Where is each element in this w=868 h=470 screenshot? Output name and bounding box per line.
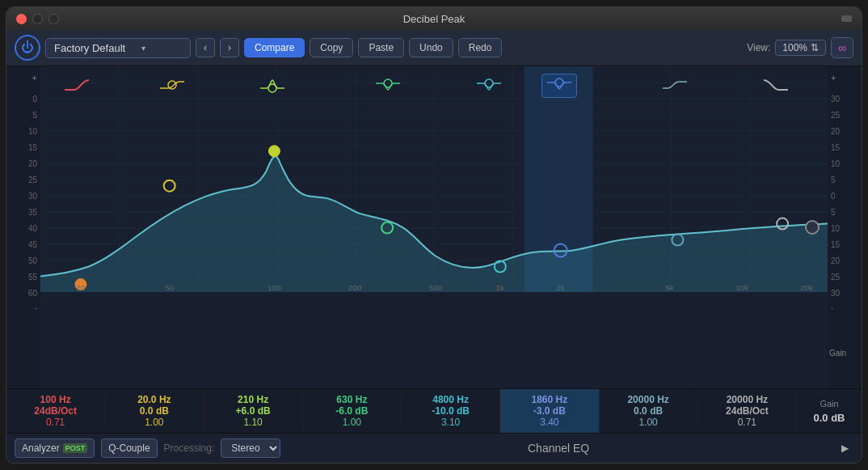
band4-freq: 630 Hz	[336, 394, 367, 405]
analyzer-label: Analyzer	[22, 442, 60, 454]
band7-q: 1.00	[638, 417, 657, 428]
preset-dropdown[interactable]: Factory Default ▾	[45, 38, 191, 58]
power-button[interactable]: ⏻	[15, 35, 40, 61]
svg-text:50: 50	[165, 283, 175, 292]
band4-params[interactable]: 630 Hz -6.0 dB 1.00	[303, 389, 402, 433]
bottom-bar: Analyzer POST Q-Couple Processing: Stere…	[6, 433, 862, 463]
svg-point-26	[384, 79, 392, 87]
band1-params[interactable]: 100 Hz 24dB/Oct 0.71	[6, 389, 105, 433]
band7-freq: 20000 Hz	[627, 394, 668, 405]
band8-gain: 24dB/Oct	[726, 405, 769, 417]
qcouple-button[interactable]: Q-Couple	[101, 438, 157, 458]
band2-gain: 0.0 dB	[140, 405, 169, 417]
band2-freq: 20.0 Hz	[137, 394, 171, 405]
toolbar: ⏻ Factory Default ▾ ‹ › Compare Copy Pas…	[6, 30, 862, 66]
svg-text:10k: 10k	[735, 283, 748, 292]
band3-freq: 210 Hz	[238, 394, 268, 405]
svg-text:100: 100	[268, 283, 281, 292]
band2-params[interactable]: 20.0 Hz 0.0 dB 1.00	[105, 389, 204, 433]
svg-text:5k: 5k	[665, 283, 674, 292]
play-button[interactable]: ▶	[836, 441, 853, 455]
band5-q: 3.10	[441, 417, 460, 428]
minimize-button[interactable]	[32, 14, 43, 24]
gain-value: 0.0 dB	[813, 412, 845, 424]
svg-text:1k: 1k	[496, 283, 505, 292]
prev-preset-button[interactable]: ‹	[196, 38, 215, 57]
db-labels-right: + 30 25 20 15 10 5 0 5 10 15 20 25 30 - …	[828, 66, 862, 388]
gain-column: Gain 0.0 dB	[797, 389, 862, 433]
stepper-icon: ⇅	[811, 42, 819, 53]
svg-text:500: 500	[429, 283, 443, 292]
band3-params[interactable]: 210 Hz +6.0 dB 1.10	[204, 389, 303, 433]
svg-text:20k: 20k	[800, 283, 813, 292]
chevron-down-icon: ▾	[141, 44, 145, 53]
band8-params[interactable]: 20000 Hz 24dB/Oct 0.71	[698, 389, 797, 433]
band3-icon[interactable]	[260, 77, 284, 96]
preset-name: Factory Default	[54, 42, 125, 54]
paste-button[interactable]: Paste	[358, 38, 404, 57]
svg-point-25	[268, 84, 276, 92]
band1-icon[interactable]	[65, 77, 89, 96]
band8-q: 0.71	[738, 417, 756, 428]
svg-point-8	[268, 146, 280, 157]
band1-freq: 100 Hz	[40, 394, 71, 405]
window-title: Decibel Peak	[403, 13, 466, 25]
db-labels-left: + 0 5 10 15 20 25 30 35 40 45 50 55 60 -	[6, 66, 40, 388]
plugin-window: Decibel Peak ⏻ Factory Default ▾ ‹ › Com…	[6, 6, 862, 464]
band1-q: 0.71	[46, 417, 65, 428]
band7-gain: 0.0 dB	[634, 405, 663, 417]
processing-label: Processing:	[164, 442, 215, 454]
svg-point-28	[555, 78, 563, 87]
svg-text:2k: 2k	[556, 283, 565, 292]
view-value: 100%	[782, 42, 807, 53]
eq-canvas[interactable]: 20 50 100 200 500 1k 2k 5k 10k 20k	[40, 66, 828, 388]
processing-select[interactable]: Stereo	[221, 438, 280, 458]
band6-gain: -3.0 dB	[533, 405, 566, 417]
band6-icon[interactable]	[541, 74, 577, 98]
compare-button[interactable]: Compare	[244, 38, 305, 57]
svg-text:200: 200	[348, 283, 362, 292]
band5-icon[interactable]	[477, 77, 501, 96]
band8-freq: 20000 Hz	[727, 394, 768, 405]
band7-icon[interactable]	[663, 77, 687, 96]
band2-icon[interactable]	[160, 77, 184, 96]
window-controls	[16, 14, 59, 24]
band5-params[interactable]: 4800 Hz -10.0 dB 3.10	[402, 389, 500, 433]
view-label: View:	[747, 42, 770, 53]
next-preset-button[interactable]: ›	[220, 38, 239, 57]
close-button[interactable]	[16, 14, 27, 24]
footer-title: Channel EQ	[287, 442, 830, 455]
maximize-button[interactable]	[48, 14, 59, 24]
gain-label: Gain	[829, 349, 846, 358]
band4-icon[interactable]	[376, 77, 400, 96]
band2-q: 1.00	[145, 417, 163, 428]
band3-q: 1.10	[243, 417, 262, 428]
svg-text:20: 20	[76, 283, 86, 292]
link-button[interactable]: ∞	[831, 37, 853, 58]
band6-params[interactable]: 1860 Hz -3.0 dB 3.40	[500, 389, 599, 433]
svg-point-27	[485, 79, 493, 87]
band4-q: 1.00	[343, 417, 361, 428]
title-bar: Decibel Peak	[6, 7, 862, 30]
window-resize-handle[interactable]	[841, 15, 852, 22]
copy-button[interactable]: Copy	[310, 38, 353, 57]
undo-button[interactable]: Undo	[409, 38, 453, 57]
band6-freq: 1860 Hz	[532, 394, 568, 405]
band5-freq: 4800 Hz	[432, 394, 469, 405]
band7-params[interactable]: 20000 Hz 0.0 dB 1.00	[600, 389, 698, 433]
eq-curve-svg: 20 50 100 200 500 1k 2k 5k 10k 20k	[40, 66, 828, 292]
analyzer-button[interactable]: Analyzer POST	[15, 438, 95, 458]
band-params-bar: 100 Hz 24dB/Oct 0.71 20.0 Hz 0.0 dB 1.00…	[6, 388, 862, 433]
band3-gain: +6.0 dB	[236, 405, 271, 417]
band4-gain: -6.0 dB	[335, 405, 368, 417]
output-knob[interactable]	[805, 220, 820, 235]
redo-button[interactable]: Redo	[458, 38, 503, 57]
post-label: POST	[63, 443, 88, 453]
view-dropdown[interactable]: 100% ⇅	[775, 40, 826, 56]
gain-column-label: Gain	[820, 399, 838, 409]
eq-area: + 0 5 10 15 20 25 30 35 40 45 50 55 60 -	[6, 66, 862, 388]
svg-point-24	[168, 81, 176, 89]
band8-icon[interactable]	[764, 77, 788, 96]
band1-gain: 24dB/Oct	[34, 405, 77, 417]
band5-gain: -10.0 dB	[432, 405, 470, 417]
